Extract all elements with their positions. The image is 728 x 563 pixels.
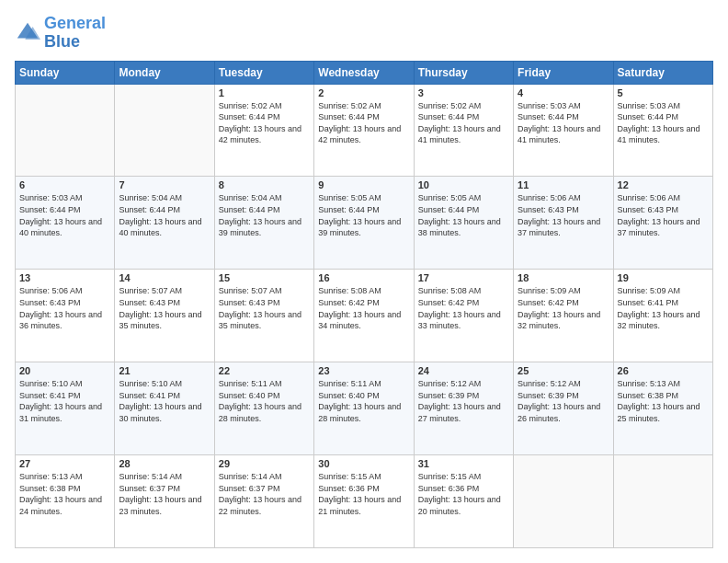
day-number: 3	[418, 87, 509, 98]
day-header-thursday: Thursday	[414, 61, 513, 84]
week-row: 27Sunrise: 5:13 AMSunset: 6:38 PMDayligh…	[16, 455, 713, 548]
week-row: 13Sunrise: 5:06 AMSunset: 6:43 PMDayligh…	[16, 270, 713, 362]
calendar-cell: 23Sunrise: 5:11 AMSunset: 6:40 PMDayligh…	[314, 362, 414, 455]
day-number: 8	[219, 179, 310, 190]
calendar-cell: 19Sunrise: 5:09 AMSunset: 6:41 PMDayligh…	[613, 270, 712, 362]
day-number: 28	[119, 458, 210, 469]
calendar-cell: 1Sunrise: 5:02 AMSunset: 6:44 PMDaylight…	[214, 84, 313, 177]
day-info: Sunrise: 5:02 AMSunset: 6:44 PMDaylight:…	[318, 100, 409, 146]
calendar-cell: 15Sunrise: 5:07 AMSunset: 6:43 PMDayligh…	[214, 270, 313, 362]
day-info: Sunrise: 5:08 AMSunset: 6:42 PMDaylight:…	[318, 285, 409, 331]
day-info: Sunrise: 5:09 AMSunset: 6:42 PMDaylight:…	[518, 285, 609, 331]
day-number: 12	[618, 179, 709, 190]
day-header-wednesday: Wednesday	[314, 61, 414, 84]
calendar-cell: 17Sunrise: 5:08 AMSunset: 6:42 PMDayligh…	[414, 270, 513, 362]
calendar-cell	[514, 455, 613, 548]
day-number: 13	[19, 272, 110, 283]
header: General Blue	[15, 15, 713, 52]
day-number: 15	[219, 272, 310, 283]
day-info: Sunrise: 5:13 AMSunset: 6:38 PMDaylight:…	[19, 471, 110, 517]
calendar-cell: 13Sunrise: 5:06 AMSunset: 6:43 PMDayligh…	[16, 270, 115, 362]
day-number: 9	[318, 179, 409, 190]
day-info: Sunrise: 5:06 AMSunset: 6:43 PMDaylight:…	[618, 192, 709, 238]
calendar-cell: 11Sunrise: 5:06 AMSunset: 6:43 PMDayligh…	[514, 177, 613, 270]
calendar-cell: 26Sunrise: 5:13 AMSunset: 6:38 PMDayligh…	[613, 362, 712, 455]
day-number: 29	[219, 458, 310, 469]
calendar-cell: 18Sunrise: 5:09 AMSunset: 6:42 PMDayligh…	[514, 270, 613, 362]
day-number: 16	[318, 272, 409, 283]
calendar: SundayMondayTuesdayWednesdayThursdayFrid…	[15, 61, 713, 548]
calendar-cell: 5Sunrise: 5:03 AMSunset: 6:44 PMDaylight…	[613, 84, 712, 177]
day-header-tuesday: Tuesday	[214, 61, 313, 84]
day-info: Sunrise: 5:11 AMSunset: 6:40 PMDaylight:…	[219, 378, 310, 424]
day-info: Sunrise: 5:02 AMSunset: 6:44 PMDaylight:…	[418, 100, 509, 146]
day-number: 10	[418, 179, 509, 190]
day-info: Sunrise: 5:06 AMSunset: 6:43 PMDaylight:…	[19, 285, 110, 331]
logo: General Blue	[15, 15, 106, 52]
logo-text: General Blue	[44, 15, 106, 52]
calendar-cell: 9Sunrise: 5:05 AMSunset: 6:44 PMDaylight…	[314, 177, 414, 270]
day-number: 23	[318, 365, 409, 376]
calendar-cell: 14Sunrise: 5:07 AMSunset: 6:43 PMDayligh…	[115, 270, 214, 362]
week-row: 1Sunrise: 5:02 AMSunset: 6:44 PMDaylight…	[16, 84, 713, 177]
day-info: Sunrise: 5:09 AMSunset: 6:41 PMDaylight:…	[618, 285, 709, 331]
day-info: Sunrise: 5:02 AMSunset: 6:44 PMDaylight:…	[219, 100, 310, 146]
calendar-cell: 29Sunrise: 5:14 AMSunset: 6:37 PMDayligh…	[214, 455, 313, 548]
day-number: 11	[518, 179, 609, 190]
day-info: Sunrise: 5:10 AMSunset: 6:41 PMDaylight:…	[119, 378, 210, 424]
day-number: 20	[19, 365, 110, 376]
day-info: Sunrise: 5:03 AMSunset: 6:44 PMDaylight:…	[518, 100, 609, 146]
day-info: Sunrise: 5:13 AMSunset: 6:38 PMDaylight:…	[618, 378, 709, 424]
day-number: 4	[518, 87, 609, 98]
day-number: 1	[219, 87, 310, 98]
day-info: Sunrise: 5:07 AMSunset: 6:43 PMDaylight:…	[119, 285, 210, 331]
day-header-monday: Monday	[115, 61, 214, 84]
day-info: Sunrise: 5:14 AMSunset: 6:37 PMDaylight:…	[219, 471, 310, 517]
day-number: 21	[119, 365, 210, 376]
week-row: 20Sunrise: 5:10 AMSunset: 6:41 PMDayligh…	[16, 362, 713, 455]
day-info: Sunrise: 5:15 AMSunset: 6:36 PMDaylight:…	[418, 471, 509, 517]
calendar-cell	[115, 84, 214, 177]
day-info: Sunrise: 5:08 AMSunset: 6:42 PMDaylight:…	[418, 285, 509, 331]
calendar-cell: 7Sunrise: 5:04 AMSunset: 6:44 PMDaylight…	[115, 177, 214, 270]
day-info: Sunrise: 5:05 AMSunset: 6:44 PMDaylight:…	[318, 192, 409, 238]
calendar-cell: 24Sunrise: 5:12 AMSunset: 6:39 PMDayligh…	[414, 362, 513, 455]
calendar-header-row: SundayMondayTuesdayWednesdayThursdayFrid…	[16, 61, 713, 84]
day-number: 5	[618, 87, 709, 98]
calendar-cell: 16Sunrise: 5:08 AMSunset: 6:42 PMDayligh…	[314, 270, 414, 362]
day-info: Sunrise: 5:12 AMSunset: 6:39 PMDaylight:…	[418, 378, 509, 424]
calendar-cell: 25Sunrise: 5:12 AMSunset: 6:39 PMDayligh…	[514, 362, 613, 455]
calendar-cell: 4Sunrise: 5:03 AMSunset: 6:44 PMDaylight…	[514, 84, 613, 177]
day-header-sunday: Sunday	[16, 61, 115, 84]
day-info: Sunrise: 5:12 AMSunset: 6:39 PMDaylight:…	[518, 378, 609, 424]
day-number: 7	[119, 179, 210, 190]
day-info: Sunrise: 5:07 AMSunset: 6:43 PMDaylight:…	[219, 285, 310, 331]
day-number: 24	[418, 365, 509, 376]
day-number: 30	[318, 458, 409, 469]
day-number: 17	[418, 272, 509, 283]
calendar-cell: 8Sunrise: 5:04 AMSunset: 6:44 PMDaylight…	[214, 177, 313, 270]
day-number: 31	[418, 458, 509, 469]
calendar-cell	[613, 455, 712, 548]
calendar-cell: 27Sunrise: 5:13 AMSunset: 6:38 PMDayligh…	[16, 455, 115, 548]
day-number: 27	[19, 458, 110, 469]
day-number: 26	[618, 365, 709, 376]
day-info: Sunrise: 5:03 AMSunset: 6:44 PMDaylight:…	[19, 192, 110, 238]
calendar-cell: 22Sunrise: 5:11 AMSunset: 6:40 PMDayligh…	[214, 362, 313, 455]
day-number: 2	[318, 87, 409, 98]
day-info: Sunrise: 5:10 AMSunset: 6:41 PMDaylight:…	[19, 378, 110, 424]
calendar-cell: 2Sunrise: 5:02 AMSunset: 6:44 PMDaylight…	[314, 84, 414, 177]
page: General Blue SundayMondayTuesdayWednesda…	[0, 0, 728, 563]
day-number: 18	[518, 272, 609, 283]
calendar-cell: 20Sunrise: 5:10 AMSunset: 6:41 PMDayligh…	[16, 362, 115, 455]
day-info: Sunrise: 5:03 AMSunset: 6:44 PMDaylight:…	[618, 100, 709, 146]
day-info: Sunrise: 5:05 AMSunset: 6:44 PMDaylight:…	[418, 192, 509, 238]
day-number: 6	[19, 179, 110, 190]
day-info: Sunrise: 5:15 AMSunset: 6:36 PMDaylight:…	[318, 471, 409, 517]
calendar-cell: 30Sunrise: 5:15 AMSunset: 6:36 PMDayligh…	[314, 455, 414, 548]
day-info: Sunrise: 5:06 AMSunset: 6:43 PMDaylight:…	[518, 192, 609, 238]
calendar-cell: 3Sunrise: 5:02 AMSunset: 6:44 PMDaylight…	[414, 84, 513, 177]
day-info: Sunrise: 5:04 AMSunset: 6:44 PMDaylight:…	[219, 192, 310, 238]
day-number: 25	[518, 365, 609, 376]
calendar-cell: 28Sunrise: 5:14 AMSunset: 6:37 PMDayligh…	[115, 455, 214, 548]
